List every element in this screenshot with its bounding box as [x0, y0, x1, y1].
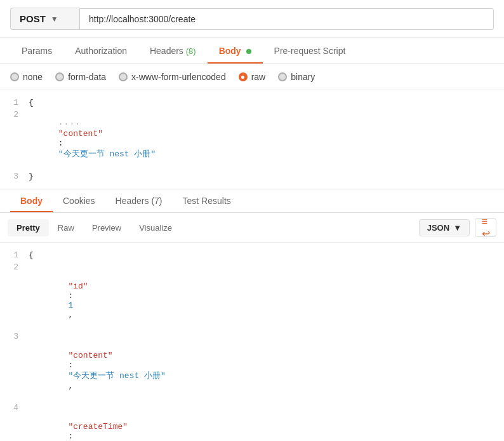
response-tab-headers[interactable]: Headers (7): [105, 189, 173, 212]
wrap-icon: ≡↩: [482, 216, 490, 240]
tab-headers[interactable]: Headers (8): [138, 38, 208, 64]
tab-authorization[interactable]: Authorization: [63, 38, 138, 64]
view-tab-raw[interactable]: Raw: [49, 219, 83, 236]
tab-params[interactable]: Params: [10, 38, 63, 64]
method-label: POST: [20, 13, 46, 24]
format-selector[interactable]: JSON ▼: [419, 219, 470, 236]
radio-circle-urlencoded: [119, 72, 128, 81]
response-line-1: 1 {: [0, 249, 504, 261]
radio-none[interactable]: none: [10, 72, 43, 82]
view-tab-pretty[interactable]: Pretty: [8, 219, 49, 236]
response-line-3: 3 "content" : "今天更一节 nest 小册" ,: [0, 330, 504, 402]
body-type-options: none form-data x-www-form-urlencoded raw…: [0, 64, 504, 90]
radio-raw[interactable]: raw: [239, 72, 266, 82]
response-tab-body[interactable]: Body: [10, 189, 53, 212]
response-line-4: 4 "createTime" : "2024-04-20T07:23:06.54…: [0, 402, 504, 441]
response-line-2: 2 "id" : 1 ,: [0, 261, 504, 330]
request-line-3: 3 }: [0, 170, 504, 182]
radio-circle-form-data: [55, 72, 64, 81]
request-line-2: 2 ···· "content" : "今天更一节 nest 小册": [0, 109, 504, 170]
view-tabs-row: Pretty Raw Preview Visualize JSON ▼ ≡↩: [0, 213, 504, 243]
response-tabs: Body Cookies Headers (7) Test Results: [0, 189, 504, 213]
radio-circle-binary: [278, 72, 287, 81]
request-tabs: Params Authorization Headers (8) Body Pr…: [0, 38, 504, 64]
radio-binary[interactable]: binary: [278, 72, 315, 82]
view-tab-visualize[interactable]: Visualize: [130, 219, 181, 236]
top-bar: POST ▼: [0, 0, 504, 38]
method-selector[interactable]: POST ▼: [10, 8, 80, 30]
radio-form-data[interactable]: form-data: [55, 72, 106, 82]
url-input[interactable]: [80, 8, 494, 30]
tab-body[interactable]: Body: [208, 38, 263, 64]
request-line-1: 1 {: [0, 97, 504, 109]
view-tab-preview[interactable]: Preview: [83, 219, 130, 236]
radio-circle-raw: [239, 72, 248, 81]
wrap-button[interactable]: ≡↩: [475, 218, 496, 237]
tab-prerequest[interactable]: Pre-request Script: [263, 38, 357, 64]
body-dot: [246, 49, 251, 54]
response-tab-cookies[interactable]: Cookies: [53, 189, 105, 212]
method-chevron: ▼: [51, 15, 58, 24]
request-body-editor[interactable]: 1 { 2 ···· "content" : "今天更一节 nest 小册" 3…: [0, 90, 504, 189]
response-body-code: 1 { 2 "id" : 1 , 3 "content" : "今天更一节 ne…: [0, 243, 504, 441]
radio-urlencoded[interactable]: x-www-form-urlencoded: [119, 72, 226, 82]
response-tab-test-results[interactable]: Test Results: [173, 189, 241, 212]
radio-circle-none: [10, 72, 19, 81]
response-section: Body Cookies Headers (7) Test Results Pr…: [0, 189, 504, 441]
